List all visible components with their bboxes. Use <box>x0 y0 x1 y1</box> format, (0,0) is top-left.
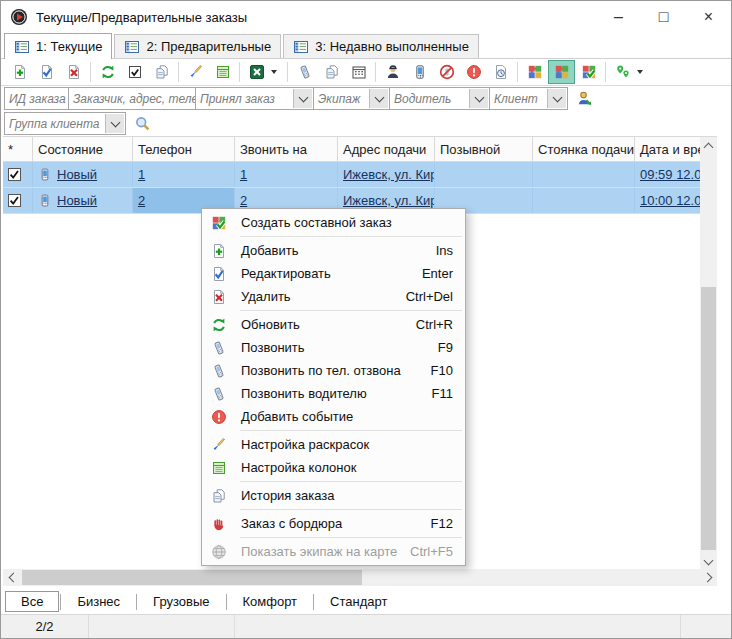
order-history-icon[interactable] <box>318 60 345 84</box>
excel-icon[interactable] <box>243 60 270 84</box>
menu-item-color-settings[interactable]: Настройка раскрасок <box>202 433 465 456</box>
vertical-scrollbar[interactable] <box>700 137 717 570</box>
menu-item-order-history[interactable]: История заказа <box>202 484 465 507</box>
horizontal-scrollbar-thumb[interactable] <box>22 570 362 585</box>
category-tab-cargo[interactable]: Грузовые <box>138 591 224 612</box>
horizontal-scrollbar[interactable] <box>3 569 717 586</box>
event-icon[interactable] <box>460 60 487 84</box>
address-link[interactable]: Ижевск, ул. Кир… <box>343 167 435 182</box>
crew-combobox[interactable]: Экипаж <box>313 87 390 110</box>
column-header-callsign[interactable]: Позывной <box>435 137 533 161</box>
geo-dropdown-caret[interactable] <box>637 70 643 74</box>
status-cell: Новый <box>33 162 133 187</box>
column-header-status[interactable]: Состояние <box>33 137 133 161</box>
menu-item-column-settings[interactable]: Настройка колонок <box>202 456 465 479</box>
menu-separator <box>240 236 462 237</box>
call-icon[interactable] <box>291 60 318 84</box>
map-pieces-active-icon[interactable] <box>548 60 575 84</box>
order-history-icon <box>210 488 228 504</box>
geo-pins-icon[interactable] <box>609 60 636 84</box>
category-tab-business[interactable]: Бизнес <box>62 591 135 612</box>
menu-item-add[interactable]: Добавить Ins <box>202 239 465 262</box>
category-tab-standard[interactable]: Стандарт <box>315 591 402 612</box>
clock-doc-icon[interactable] <box>487 60 514 84</box>
tab-current[interactable]: 1: Текущие <box>4 33 112 59</box>
select-client-icon[interactable] <box>576 87 594 110</box>
map-pieces-icon[interactable] <box>521 60 548 84</box>
chevron-down-icon[interactable] <box>369 89 388 108</box>
table-row[interactable]: Новый 1 1 Ижевск, ул. Кир… 09:59 12.09.2 <box>3 162 700 188</box>
menu-item-call[interactable]: Позвонить F9 <box>202 336 465 359</box>
table-icon <box>124 39 140 55</box>
checkbox-icon[interactable] <box>121 60 148 84</box>
menu-item-edit[interactable]: Редактировать Enter <box>202 262 465 285</box>
phone-link[interactable]: 2 <box>138 193 145 208</box>
row-checkbox[interactable] <box>8 194 21 207</box>
menu-item-show-crew-on-map: Показать экипаж на карте Ctrl+F5 <box>202 540 465 563</box>
column-header-select[interactable]: * <box>3 137 33 161</box>
menu-item-call-callback[interactable]: Позвонить по тел. отзвона F10 <box>202 359 465 382</box>
minimize-button[interactable]: – <box>596 1 641 33</box>
search-icon[interactable] <box>134 112 151 135</box>
mobile-icon[interactable] <box>406 60 433 84</box>
call-ban-icon[interactable] <box>433 60 460 84</box>
client-combobox[interactable]: Клиент <box>489 87 568 110</box>
datetime-link[interactable]: 09:59 12.09.2 <box>640 167 700 182</box>
phone-link[interactable]: 1 <box>138 167 145 182</box>
order-id-input[interactable]: ИД заказа <box>4 87 69 110</box>
status-panel <box>235 615 681 638</box>
customer-search-input[interactable]: Заказчик, адрес, телеф <box>68 87 196 110</box>
accepted-by-combobox[interactable]: Принял заказ <box>195 87 314 110</box>
menu-item-curb-order[interactable]: Заказ с бордюра F12 <box>202 512 465 535</box>
map-pieces-check-icon[interactable] <box>575 60 602 84</box>
scroll-left-icon[interactable] <box>3 569 20 586</box>
address-link[interactable]: Ижевск, ул. Кир… <box>343 193 435 208</box>
datetime-link[interactable]: 10:00 12.09.2 <box>640 193 700 208</box>
status-link[interactable]: Новый <box>57 193 97 208</box>
driver-icon[interactable] <box>379 60 406 84</box>
menu-separator <box>240 430 462 431</box>
vertical-scrollbar-thumb[interactable] <box>701 287 716 550</box>
column-header-datetime[interactable]: Дата и время <box>635 137 700 161</box>
client-group-combobox[interactable]: Группа клиента <box>4 112 126 135</box>
menu-item-add-event[interactable]: Добавить событие <box>202 405 465 428</box>
close-button[interactable]: × <box>686 1 731 33</box>
tab-preliminary[interactable]: 2: Предварительные <box>114 34 281 58</box>
paint-icon[interactable] <box>182 60 209 84</box>
scroll-down-icon[interactable] <box>700 553 717 570</box>
menu-item-delete[interactable]: Удалить Ctrl+Del <box>202 285 465 308</box>
row-checkbox[interactable] <box>8 168 21 181</box>
category-tab-all[interactable]: Все <box>5 591 59 612</box>
chevron-down-icon[interactable] <box>469 89 488 108</box>
datetime-cell: 09:59 12.09.2 <box>635 162 700 187</box>
copy-icon[interactable] <box>148 60 175 84</box>
category-tab-comfort[interactable]: Комфорт <box>228 591 313 612</box>
chevron-down-icon[interactable] <box>105 114 124 133</box>
menu-item-refresh[interactable]: Обновить Ctrl+R <box>202 313 465 336</box>
curb-hand-icon <box>210 516 228 532</box>
columns-icon[interactable] <box>209 60 236 84</box>
chevron-down-icon[interactable] <box>293 89 312 108</box>
calendar-icon[interactable] <box>345 60 372 84</box>
menu-item-call-driver[interactable]: Позвонить водителю F11 <box>202 382 465 405</box>
column-header-phone[interactable]: Телефон <box>133 137 235 161</box>
table-icon <box>293 39 309 55</box>
call-to-link[interactable]: 1 <box>240 167 247 182</box>
tab-recently-completed[interactable]: 3: Недавно выполненные <box>283 34 479 58</box>
scroll-right-icon[interactable] <box>700 569 717 586</box>
add-icon[interactable] <box>6 60 33 84</box>
column-header-call-to[interactable]: Звонить на <box>235 137 338 161</box>
delete-icon[interactable] <box>60 60 87 84</box>
chevron-down-icon[interactable] <box>547 89 566 108</box>
refresh-icon[interactable] <box>94 60 121 84</box>
edit-icon[interactable] <box>33 60 60 84</box>
column-header-address[interactable]: Адрес подачи <box>338 137 435 161</box>
status-link[interactable]: Новый <box>57 167 97 182</box>
call-to-link[interactable]: 2 <box>240 193 247 208</box>
scroll-up-icon[interactable] <box>700 137 717 154</box>
excel-dropdown-caret[interactable] <box>271 70 277 74</box>
menu-item-compose-order[interactable]: Создать составной заказ <box>202 211 465 234</box>
driver-combobox[interactable]: Водитель <box>389 87 490 110</box>
maximize-button[interactable]: □ <box>641 1 686 33</box>
column-header-stand[interactable]: Стоянка подачи <box>533 137 635 161</box>
